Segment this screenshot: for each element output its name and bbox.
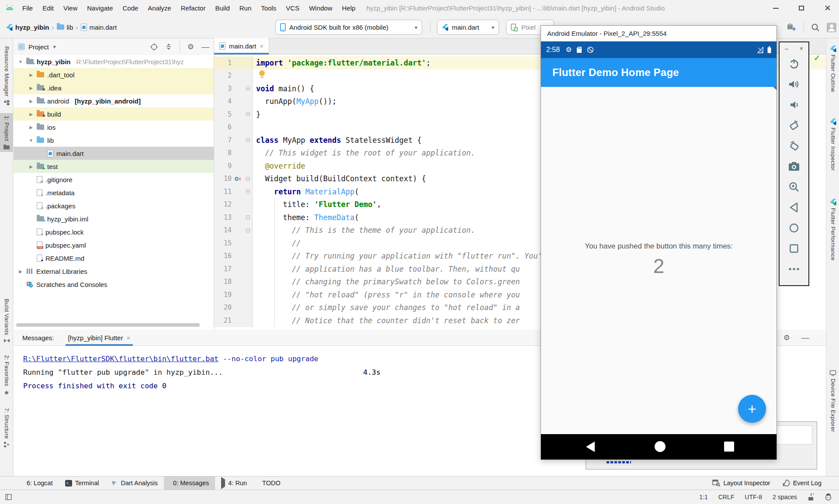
tree-item--idea[interactable]: ▶✱.idea bbox=[14, 81, 214, 94]
zoom-icon[interactable] bbox=[787, 180, 801, 194]
tab-close-icon[interactable]: × bbox=[126, 334, 130, 342]
fold-marker-icon[interactable] bbox=[245, 86, 251, 90]
home-icon[interactable] bbox=[787, 221, 801, 235]
window-minimize-button[interactable] bbox=[773, 8, 779, 9]
stripe-item-resource-manager[interactable]: Resource Manager bbox=[0, 44, 13, 109]
toolwindow-button-event-log[interactable]: Event Log bbox=[777, 476, 828, 490]
window-maximize-button[interactable] bbox=[799, 6, 804, 10]
tree-item-external-libraries[interactable]: ▶External Libraries bbox=[14, 265, 214, 278]
tree-item-android[interactable]: ▶◕android[hyzp_yibin_android] bbox=[14, 94, 214, 107]
collapse-all-icon[interactable] bbox=[165, 43, 172, 50]
settings-gear-icon[interactable]: ⚙ bbox=[784, 333, 790, 342]
menu-item-window[interactable]: Window bbox=[304, 4, 337, 12]
fold-marker-icon[interactable] bbox=[245, 190, 251, 193]
tab-main-dart[interactable]: main.dart × bbox=[214, 38, 269, 54]
tree-item-build[interactable]: ▶✱build bbox=[14, 107, 214, 121]
run-config-dropdown[interactable]: main.dart ▾ bbox=[437, 20, 499, 35]
menu-item-file[interactable]: File bbox=[17, 4, 38, 12]
tree-right-arrow-icon[interactable]: ▶ bbox=[28, 125, 34, 130]
menu-item-edit[interactable]: Edit bbox=[38, 4, 59, 12]
fold-marker-icon[interactable] bbox=[245, 112, 251, 116]
back-icon[interactable] bbox=[787, 200, 801, 215]
menu-item-vcs[interactable]: VCS bbox=[281, 4, 304, 12]
hide-panel-icon[interactable]: — bbox=[201, 42, 209, 52]
tree-item-readme-md[interactable]: ●README.md bbox=[14, 252, 214, 265]
tree-item-hyzp_yibin[interactable]: ▼◕hyzp_yibinR:\FlutterProject\FlutterPro… bbox=[14, 55, 214, 68]
hide-panel-icon[interactable]: — bbox=[801, 333, 809, 342]
fold-marker-icon[interactable] bbox=[245, 177, 251, 181]
stripe-item-flutter-inspector[interactable]: Flutter Inspector bbox=[826, 116, 839, 173]
screenshot-icon[interactable] bbox=[787, 159, 801, 174]
unlock-icon[interactable] bbox=[808, 494, 814, 501]
status-2-spaces[interactable]: 2 spaces bbox=[773, 494, 797, 501]
tree-item-pubspec-yaml[interactable]: YMLpubspec.yaml bbox=[14, 238, 214, 252]
volume-up-icon[interactable] bbox=[787, 77, 801, 92]
tree-item-test[interactable]: ▶◂▸test bbox=[14, 160, 214, 173]
tree-item-main-dart[interactable]: main.dart bbox=[14, 147, 214, 160]
toolwindow-button-6-logcat[interactable]: 6: Logcat bbox=[17, 476, 59, 490]
horizontal-scrollbar[interactable] bbox=[16, 323, 200, 327]
search-icon[interactable] bbox=[811, 23, 820, 32]
tree-right-arrow-icon[interactable]: ▶ bbox=[28, 164, 34, 169]
stripe-item-1-project[interactable]: 1: Project bbox=[0, 113, 13, 152]
more-icon[interactable] bbox=[787, 262, 801, 276]
menu-item-analyze[interactable]: Analyze bbox=[143, 4, 176, 12]
locate-file-icon[interactable] bbox=[150, 43, 158, 51]
stripe-item-flutter-performance[interactable]: Flutter Performance bbox=[826, 196, 839, 263]
stripe-item-7-structure[interactable]: 7: Structure bbox=[0, 405, 13, 450]
messages-flutter-tab[interactable]: [hyzp_yibin] Flutter × bbox=[66, 330, 133, 346]
stripe-item-flutter-outline[interactable]: Flutter Outline bbox=[826, 43, 839, 95]
tree-item-ios[interactable]: ▶…ios bbox=[14, 121, 214, 134]
project-panel-title[interactable]: Project bbox=[28, 43, 49, 51]
window-close-button[interactable]: ✕ bbox=[824, 4, 831, 12]
override-marker-icon[interactable]: ↑ bbox=[232, 176, 245, 182]
tree-right-arrow-icon[interactable]: ▶ bbox=[28, 72, 34, 77]
tree-item--gitignore[interactable]: ⊘.gitignore bbox=[14, 173, 214, 186]
tree-item--packages[interactable]: ≡.packages bbox=[14, 199, 214, 212]
fold-marker-icon[interactable] bbox=[245, 228, 251, 232]
tree-item--dart_tool[interactable]: ▶.dart_tool bbox=[14, 68, 214, 81]
tree-item-lib[interactable]: ▼lib bbox=[14, 134, 214, 147]
stripe-item-device-file-explorer[interactable]: Device File Explorer bbox=[826, 367, 839, 435]
toolwindow-button-terminal[interactable]: >_Terminal bbox=[59, 476, 105, 490]
tree-right-arrow-icon[interactable]: ▶ bbox=[28, 86, 34, 90]
breadcrumb-hyzp_yibin[interactable]: hyzp_yibin bbox=[6, 24, 49, 31]
sdk-manager-icon[interactable] bbox=[786, 23, 797, 32]
menu-item-run[interactable]: Run bbox=[235, 4, 257, 12]
overview-icon[interactable] bbox=[787, 241, 801, 256]
settings-gear-icon[interactable]: ⚙ bbox=[187, 42, 194, 52]
tree-item-pubspec-lock[interactable]: ≡pubspec.lock bbox=[14, 225, 214, 238]
breadcrumb-main-dart[interactable]: main.dart bbox=[81, 24, 117, 31]
power-icon[interactable] bbox=[787, 56, 801, 71]
fab-add-button[interactable]: + bbox=[738, 395, 766, 423]
toolwindow-button-4-run[interactable]: 4: Run bbox=[215, 476, 253, 490]
back-icon[interactable] bbox=[586, 442, 595, 452]
tab-close-icon[interactable]: × bbox=[260, 43, 263, 50]
menu-item-navigate[interactable]: Navigate bbox=[82, 4, 118, 12]
toolwindow-toggle-icon[interactable] bbox=[5, 494, 12, 500]
close-icon[interactable]: × bbox=[800, 45, 803, 52]
emulator-title-bar[interactable]: Android Emulator - Pixel_2_API_29:5554 bbox=[541, 26, 777, 41]
fold-marker-icon[interactable] bbox=[245, 215, 251, 219]
console-link[interactable]: R:\Flutter\FlutterSDK\flutter\bin\flutte… bbox=[23, 355, 218, 363]
toolwindow-button-todo[interactable]: TODO bbox=[253, 476, 287, 490]
tree-down-arrow-icon[interactable]: ▼ bbox=[28, 138, 34, 143]
profile-icon[interactable] bbox=[827, 23, 836, 32]
tree-down-arrow-icon[interactable]: ▼ bbox=[18, 59, 23, 64]
tree-right-arrow-icon[interactable]: ▶ bbox=[28, 99, 34, 104]
status-1-1[interactable]: 1:1 bbox=[699, 494, 707, 501]
volume-down-icon[interactable] bbox=[787, 97, 801, 112]
rotate-left-icon[interactable] bbox=[787, 118, 801, 133]
tree-item-scratches-and-consoles[interactable]: Scratches and Consoles bbox=[14, 278, 214, 291]
menu-item-code[interactable]: Code bbox=[118, 4, 143, 12]
menu-item-help[interactable]: Help bbox=[337, 4, 361, 12]
stripe-item-2-favorites[interactable]: 2: Favorites★ bbox=[0, 352, 13, 400]
device-selector-dropdown[interactable]: Android SDK built for x86 (mobile) ▾ bbox=[275, 20, 422, 35]
overview-icon[interactable] bbox=[724, 442, 734, 452]
menu-item-refactor[interactable]: Refactor bbox=[176, 4, 211, 12]
chevron-down-icon[interactable]: ▼ bbox=[52, 45, 57, 49]
tree-item--metadata[interactable]: ≡.metadata bbox=[14, 186, 214, 199]
minimize-icon[interactable]: – bbox=[785, 45, 788, 52]
tree-item-hyzp_yibin-iml[interactable]: ◕hyzp_yibin.iml bbox=[14, 212, 214, 225]
toolwindow-button-layout-inspector[interactable]: Layout Inspector bbox=[706, 476, 776, 490]
